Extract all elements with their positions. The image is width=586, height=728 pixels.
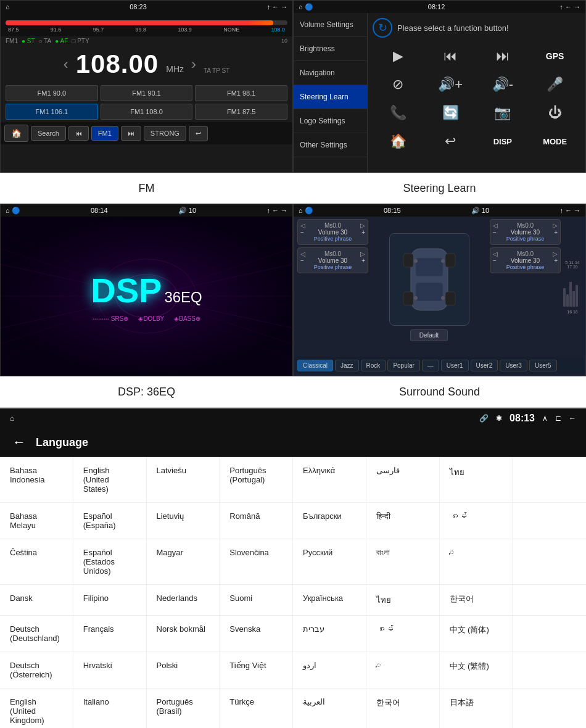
lang-cell[interactable]: 中文 (繁體) [440, 652, 513, 688]
surround-default-btn[interactable]: Default [410, 329, 448, 341]
svg-point-25 [441, 259, 445, 263]
lang-cell[interactable]: فارسی [366, 457, 440, 502]
eq-tab-user2[interactable]: User2 [471, 360, 498, 371]
st-repeat-icon[interactable]: 🔄 [427, 102, 474, 124]
lang-cell[interactable]: Tiếng Việt [220, 652, 293, 688]
lang-cell[interactable]: Magyar [147, 539, 220, 584]
st-mute-icon[interactable]: ⊘ [375, 73, 421, 96]
eq-tab-classical[interactable]: Classical [297, 360, 333, 371]
lang-cell[interactable]: Ελληνικά [293, 457, 366, 502]
lang-cell[interactable]: ꩻ [440, 539, 513, 584]
lang-cell[interactable]: हिन्दी [366, 503, 440, 539]
st-undo-icon[interactable]: ↩ [427, 130, 474, 152]
st-other-settings[interactable]: Other Settings [294, 133, 367, 157]
lang-cell[interactable]: اردو [293, 652, 366, 688]
st-next-track-icon[interactable]: ⏭ [480, 45, 526, 67]
fm-next-arrow[interactable]: › [191, 56, 196, 73]
eq-tab-jazz[interactable]: Jazz [335, 360, 359, 371]
lang-cell[interactable]: Lietuvių [147, 503, 220, 539]
fm-preset-1[interactable]: FM1 90.0 [6, 85, 98, 101]
eq-tab-user3[interactable]: User3 [500, 360, 527, 371]
lang-cell[interactable]: Български [293, 503, 366, 539]
lang-cell[interactable]: Čeština [0, 539, 73, 584]
lang-cell[interactable]: ၵၢမ် [366, 616, 440, 651]
lang-cell[interactable]: 한국어 [440, 585, 513, 615]
lang-cell[interactable]: Polski [147, 652, 220, 688]
lang-cell[interactable]: Русский [293, 539, 366, 584]
st-play-icon[interactable]: ▶ [375, 45, 421, 67]
lang-cell[interactable]: Română [220, 503, 293, 539]
lang-cell[interactable]: Bahasa Melayu [0, 503, 73, 539]
lang-cell[interactable]: Slovenčina [220, 539, 293, 584]
st-vol-up-icon[interactable]: 🔊+ [427, 73, 474, 96]
dsp-right-icons: ↑ ← → [266, 207, 287, 214]
lang-cell[interactable]: Norsk bokmål [147, 616, 220, 651]
lang-cell[interactable]: Français [73, 616, 147, 651]
lang-cell[interactable]: Hrvatski [73, 652, 147, 688]
fm-next-button[interactable]: ⏭ [121, 126, 141, 141]
fm-preset-4[interactable]: FM1 106.1 [6, 104, 98, 120]
st-home-icon[interactable]: 🏠 [375, 130, 421, 152]
lang-cell[interactable]: Nederlands [147, 585, 220, 615]
lang-cell[interactable]: Português (Portugal) [220, 457, 293, 502]
st-logo-settings[interactable]: Logo Settings [294, 109, 367, 133]
st-vol-down-icon[interactable]: 🔊- [480, 73, 526, 96]
lang-cell[interactable]: Dansk [0, 585, 73, 615]
st-disp-label[interactable]: DISP [480, 130, 526, 152]
st-phone-icon[interactable]: 📞 [375, 102, 421, 124]
fm-prev-arrow[interactable]: ‹ [64, 56, 68, 73]
fm-preset-6[interactable]: FM1 87.5 [195, 104, 287, 120]
lang-cell[interactable]: Bahasa Indonesia [0, 457, 73, 502]
eq-tab-popular[interactable]: Popular [387, 360, 419, 371]
st-brightness[interactable]: Brightness [294, 37, 367, 61]
fm-preset-3[interactable]: FM1 98.1 [195, 85, 287, 101]
lang-cell[interactable]: العربية [293, 689, 366, 728]
fm-strong-button[interactable]: STRONG [144, 126, 186, 141]
lang-cell[interactable]: ไทย [440, 457, 513, 502]
lang-cell[interactable]: Español (España) [73, 503, 147, 539]
fm-home-button[interactable]: 🏠 [4, 125, 28, 142]
lang-cell[interactable]: বাংলা [366, 539, 440, 584]
st-camera-icon[interactable]: 📷 [480, 102, 526, 124]
lang-cell[interactable]: Deutsch (Österreich) [0, 652, 73, 688]
fm-prev-button[interactable]: ⏮ [68, 126, 89, 141]
lang-cell[interactable]: Deutsch (Deutschland) [0, 616, 73, 651]
fm-search-button[interactable]: Search [31, 126, 66, 141]
st-volume-settings[interactable]: Volume Settings [294, 13, 367, 37]
lang-cell[interactable]: ꩻ [366, 652, 440, 688]
fm-back-button[interactable]: ↩ [189, 126, 208, 141]
lang-back-button[interactable]: ← [12, 434, 26, 450]
st-mode-label[interactable]: MODE [532, 130, 578, 152]
lang-cell[interactable]: Українська [293, 585, 366, 615]
st-gps-label[interactable]: GPS [532, 45, 578, 67]
lang-cell[interactable]: Türkçe [220, 689, 293, 728]
st-power-icon[interactable]: ⏻ [532, 102, 578, 124]
lang-cell[interactable]: ၵၢမ် [440, 503, 513, 539]
st-mic-icon[interactable]: 🎤 [532, 73, 578, 96]
lang-cell[interactable]: 中文 (简体) [440, 616, 513, 651]
lang-cell[interactable]: 日本語 [440, 689, 513, 728]
lang-cell[interactable]: Suomi [220, 585, 293, 615]
lang-cell[interactable]: English (United Kingdom) [0, 689, 73, 728]
eq-tab-rock[interactable]: Rock [361, 360, 386, 371]
lang-cell[interactable]: Español (Estados Unidos) [73, 539, 147, 584]
st-navigation[interactable]: Navigation [294, 61, 367, 85]
lang-cell[interactable]: Italiano [73, 689, 147, 728]
lang-cell[interactable]: Latviešu [147, 457, 220, 502]
lang-cell[interactable]: Português (Brasil) [147, 689, 220, 728]
st-prev-track-icon[interactable]: ⏮ [427, 45, 474, 67]
st-refresh-icon[interactable]: ↻ [373, 18, 392, 38]
fm-band-button[interactable]: FM1 [91, 126, 118, 141]
fm-preset-5[interactable]: FM1 108.0 [101, 104, 193, 120]
st-steering-learn[interactable]: Steering Learn [294, 85, 367, 109]
lang-cell[interactable]: 한국어 [366, 689, 440, 728]
eq-tab-user5[interactable]: User5 [529, 360, 557, 371]
lang-cell[interactable]: English (United States) [73, 457, 147, 502]
lang-cell[interactable]: ไทย [366, 585, 440, 615]
lang-cell[interactable]: Filipino [73, 585, 147, 615]
lang-cell[interactable]: עברית [293, 616, 366, 651]
eq-tab-user1[interactable]: User1 [441, 360, 469, 371]
fm-preset-2[interactable]: FM1 90.1 [101, 85, 193, 101]
lang-cell[interactable]: Svenska [220, 616, 293, 651]
surround-vol: 🔊 10 [471, 207, 489, 215]
